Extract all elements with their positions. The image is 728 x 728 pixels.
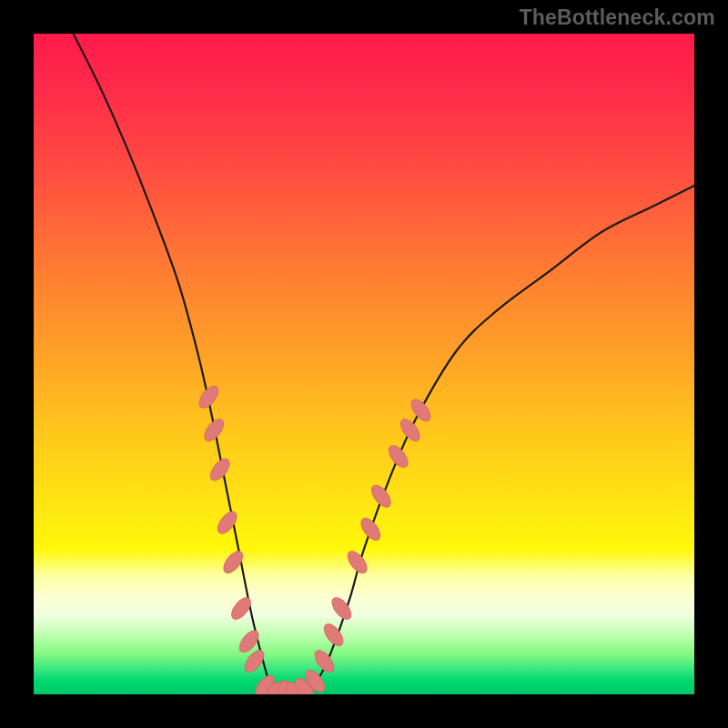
- curve-marker: [385, 442, 411, 470]
- watermark-text: TheBottleneck.com: [519, 5, 715, 30]
- plot-area: [34, 34, 694, 694]
- curve-svg: [34, 34, 694, 694]
- curve-marker: [408, 396, 434, 424]
- curve-marker: [358, 515, 384, 543]
- curve-marker: [214, 509, 240, 537]
- marker-group: [196, 383, 434, 694]
- chart-frame: TheBottleneck.com: [0, 0, 728, 728]
- bottleneck-curve: [74, 34, 694, 694]
- curve-marker: [311, 647, 338, 675]
- curve-marker: [369, 482, 395, 511]
- curve-marker: [398, 416, 424, 444]
- curve-marker: [196, 383, 222, 411]
- curve-marker: [201, 416, 228, 444]
